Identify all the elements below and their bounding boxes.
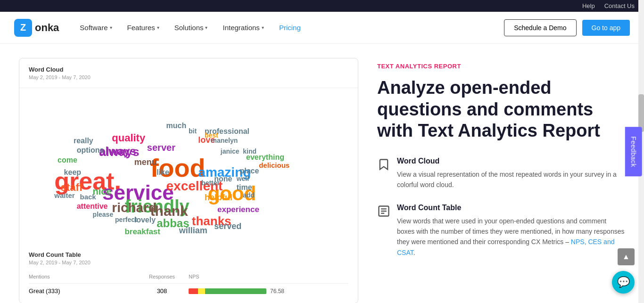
scroll-top-button[interactable]: ▲ [618, 248, 635, 265]
nps-bar [189, 288, 266, 294]
right-panel: TEXT ANALYTICS REPORT Analyze open-ended… [377, 58, 625, 303]
feature-word-count-content: Word Count Table View words that were us… [397, 204, 625, 258]
nps-green-segment [205, 288, 266, 294]
word-count-title: Word Count Table [29, 251, 348, 258]
col-mentions-header: Mentions [29, 274, 135, 279]
nps-yellow-segment [198, 288, 205, 294]
cell-responses: 308 [135, 287, 189, 295]
word-cloud-word: menu [134, 158, 157, 166]
word-cloud-word: add [243, 192, 255, 198]
word-cloud-word: keep [64, 169, 81, 176]
word-cloud-word: quality [112, 133, 145, 143]
main-content: Word Cloud May 2, 2019 - May 7, 2020 foo… [0, 44, 644, 303]
word-cloud-container: foodgreat.servicefriendlygoodamazingexce… [19, 88, 358, 244]
top-bar: Help Contact Us [0, 0, 644, 12]
col-nps-header: NPS [189, 274, 348, 279]
word-cloud-word: thank [150, 204, 188, 218]
word-cloud-word: attentive [77, 203, 108, 210]
nav-item-integrations[interactable]: Integrations ▾ [216, 20, 270, 35]
word-cloud-word: much [166, 122, 187, 130]
word-cloud-word: place [239, 167, 259, 175]
word-cloud-word: time [237, 184, 252, 191]
nav-items: Software ▾ Features ▾ Solutions ▾ Integr… [73, 20, 504, 35]
cell-mention: Great (333) [29, 287, 135, 295]
nps-red-segment [189, 288, 198, 294]
word-cloud-word: food [150, 155, 206, 180]
word-cloud-word: served [214, 222, 241, 230]
word-cloud-word: always [99, 146, 136, 157]
bookmark-icon [377, 158, 390, 171]
word-cloud-header: Word Cloud May 2, 2019 - May 7, 2020 [19, 58, 358, 88]
chat-button[interactable]: 💬 [612, 271, 635, 294]
document-icon [377, 205, 390, 218]
word-cloud-word: none [214, 175, 232, 183]
word-cloud-word: back [80, 193, 96, 200]
go-to-app-button[interactable]: Go to app [582, 20, 630, 36]
word-cloud-card: Word Cloud May 2, 2019 - May 7, 2020 foo… [19, 58, 358, 303]
word-cloud-word: best [205, 132, 218, 139]
feature-word-count-title: Word Count Table [397, 204, 625, 212]
feedback-tab[interactable]: Feedback [625, 127, 642, 176]
nav-item-solutions[interactable]: Solutions ▾ [168, 20, 215, 35]
nav-item-pricing[interactable]: Pricing [272, 20, 307, 35]
table-row: Great (333) 308 76.58 [29, 284, 348, 298]
word-cloud-title: Word Cloud [29, 66, 348, 73]
chevron-down-icon: ▾ [262, 25, 264, 30]
word-cloud-word: options [77, 147, 104, 154]
table-header: Mentions Responses NPS [29, 274, 348, 284]
cell-nps: 76.58 [189, 288, 348, 295]
logo-text: onka [35, 22, 59, 34]
word-cloud-word: helpful [205, 193, 232, 202]
word-cloud-word: please [93, 211, 114, 218]
nav-actions: Schedule a Demo Go to app [504, 19, 630, 36]
logo-icon: Z [14, 19, 32, 37]
chevron-down-icon: ▾ [205, 25, 207, 30]
feature-word-cloud-content: Word Cloud View a visual representation … [397, 157, 625, 190]
word-count-date: May 2, 2019 - May 7, 2020 [29, 260, 348, 265]
word-cloud-word: experience [217, 205, 259, 213]
word-cloud-word: william [179, 226, 207, 235]
main-heading: Analyze open-ended questions and comment… [377, 77, 625, 142]
word-cloud-word: lovely [134, 216, 156, 224]
word-cloud-word: everything [246, 154, 284, 161]
word-cloud-word: really [74, 137, 93, 145]
feature-word-cloud-title: Word Cloud [397, 157, 625, 165]
word-cloud-word: bit [189, 128, 197, 134]
word-cloud-word: janice [221, 148, 239, 155]
word-cloud-word: come [58, 156, 77, 164]
chevron-down-icon: ▾ [110, 25, 112, 30]
col-responses-header: Responses [135, 274, 189, 279]
help-link[interactable]: Help [582, 2, 595, 9]
nav-item-features[interactable]: Features ▾ [121, 20, 166, 35]
word-cloud-word: server [147, 143, 175, 152]
word-cloud-word: perfect [115, 216, 137, 223]
contact-link[interactable]: Contact Us [604, 2, 635, 9]
word-cloud-word: breakfast [124, 228, 160, 236]
schedule-demo-button[interactable]: Schedule a Demo [504, 19, 576, 36]
word-cloud-word: like [157, 169, 169, 176]
word-count-table-section: Word Count Table May 2, 2019 - May 7, 20… [19, 244, 358, 303]
feature-item-word-count: Word Count Table View words that were us… [377, 204, 625, 258]
logo[interactable]: Z onka [14, 19, 59, 37]
feature-word-cloud-desc: View a visual representation of the most… [397, 169, 625, 190]
scrollbar-thumb[interactable] [638, 94, 644, 132]
word-cloud: foodgreat.servicefriendlygoodamazingexce… [29, 98, 348, 234]
section-label: TEXT ANALYTICS REPORT [377, 63, 625, 70]
chevron-up-icon: ▲ [622, 253, 630, 261]
feature-word-count-desc: View words that were used in your open-e… [397, 216, 625, 258]
chat-icon: 💬 [617, 276, 630, 288]
nav-item-software[interactable]: Software ▾ [73, 20, 118, 35]
left-panel: Word Cloud May 2, 2019 - May 7, 2020 foo… [19, 58, 358, 303]
nps-bar-container: 76.58 [189, 288, 348, 295]
chevron-down-icon: ▾ [157, 25, 159, 30]
word-cloud-word: waiter [54, 192, 74, 199]
nps-score: 76.58 [270, 288, 284, 295]
navbar: Z onka Software ▾ Features ▾ Solutions ▾… [0, 12, 644, 44]
word-cloud-date: May 2, 2019 - May 7, 2020 [29, 74, 348, 80]
word-cloud-word: well [237, 175, 249, 182]
feature-item-word-cloud: Word Cloud View a visual representation … [377, 157, 625, 190]
word-cloud-word: delicious [259, 162, 289, 169]
